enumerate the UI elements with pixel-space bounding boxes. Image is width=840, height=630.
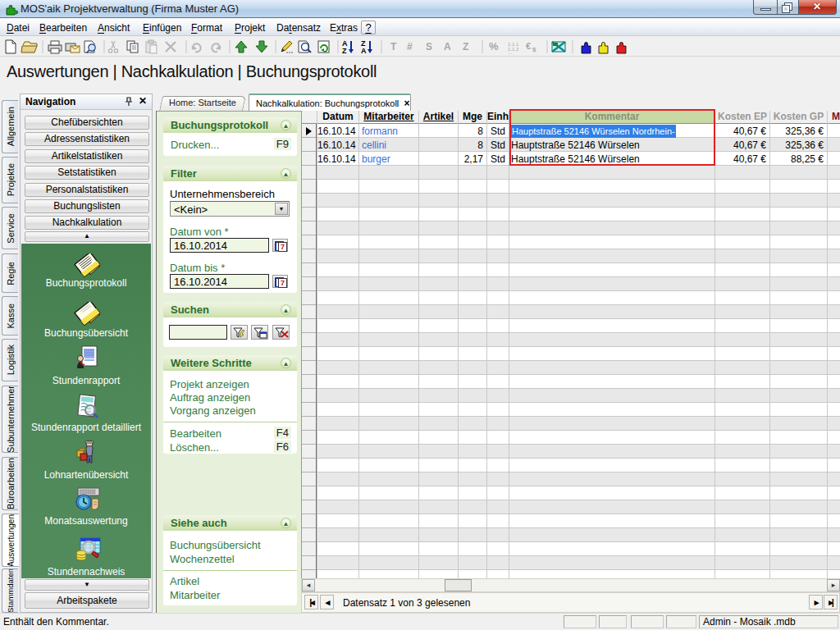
svg-text:S: S — [426, 41, 432, 52]
svg-text:A: A — [361, 47, 367, 55]
svg-text:#: # — [407, 41, 413, 52]
svg-text:%: % — [489, 40, 499, 52]
svg-text:€: € — [526, 41, 531, 51]
svg-text:T: T — [390, 41, 397, 52]
svg-text:$: $ — [532, 46, 536, 53]
svg-text:Z: Z — [342, 47, 347, 55]
svg-text:Z: Z — [463, 41, 468, 52]
svg-text:...: ... — [508, 50, 512, 55]
svg-text:A: A — [444, 41, 451, 52]
